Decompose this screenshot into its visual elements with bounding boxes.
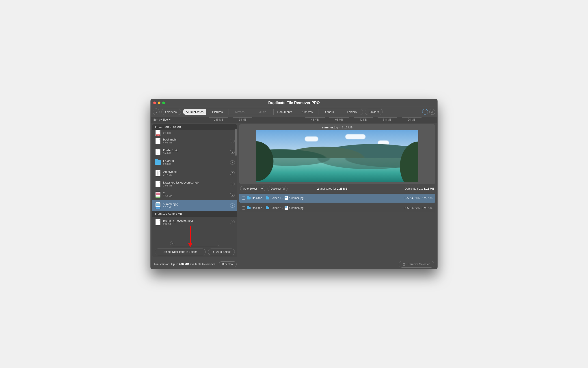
buy-now-button[interactable]: Buy Now: [219, 261, 237, 267]
tab-similars[interactable]: Similars: [365, 109, 383, 115]
list-item[interactable]: 2 1.35 MB 2: [152, 189, 237, 200]
tab-documents[interactable]: Documents: [273, 109, 296, 115]
crumb-segment: summer.jpg: [289, 197, 304, 200]
preview-panel: summer.jpg - 1.12 MB Auto Select: [239, 124, 435, 257]
tab-size: [279, 117, 303, 123]
list-item[interactable]: Archive.zip 2.47 MB 3: [152, 168, 237, 179]
list-item[interactable]: pisma_k_neveste.mobi 981 KB 2: [152, 217, 237, 228]
duplicate-size: Duplicate size: 1.12 MB: [405, 187, 434, 190]
list-item[interactable]: Folder 3 2.9 MB 2: [152, 157, 237, 168]
sort-label: Sort by Size: [153, 118, 168, 121]
window-zoom-button[interactable]: [162, 101, 165, 104]
duplicate-row[interactable]: Desktop›Folder 2›summer.jpg Nov 14, 2017…: [239, 203, 435, 212]
list-item[interactable]: book.mobi 4.96 MB 3: [152, 136, 237, 146]
tab-others[interactable]: Others: [318, 109, 341, 115]
preview-box: summer.jpg - 1.12 MB: [239, 124, 435, 184]
folder-icon: [266, 197, 269, 200]
auto-select-dropdown[interactable]: Auto Select: [240, 186, 265, 191]
file-icon: [155, 191, 161, 198]
folder-icon: [247, 197, 251, 200]
file-icon: [155, 129, 161, 136]
crumb-segment: Folder 1: [271, 197, 281, 200]
deselect-all-button[interactable]: Deselect All: [268, 186, 288, 191]
file-size: 9.1 MB: [163, 132, 171, 134]
timestamp: Nov 14, 2017, 17:27:36: [405, 206, 433, 210]
list-group-header: From 100 KB to 1 MB: [152, 211, 237, 217]
preview-title: summer.jpg - 1.12 MB: [239, 124, 435, 130]
window-minimize-button[interactable]: [158, 101, 161, 104]
sort-row: Sort by Size 135 MB14 MB48 MB68 MB41 KB5…: [151, 117, 437, 123]
feed-icon[interactable]: [429, 109, 435, 115]
list-item[interactable]: summer.jpg 1.12 MB 2: [152, 200, 237, 211]
window-close-button[interactable]: [153, 101, 156, 104]
tab-size: 68 MB: [327, 117, 351, 123]
file-name: book.mobi: [163, 138, 177, 141]
list-footer: Select Duplicates in Folder ✦ Auto Selec…: [152, 239, 237, 257]
breadcrumb: Desktop›Folder 1›summer.jpg: [247, 196, 304, 200]
checkbox[interactable]: [242, 197, 245, 200]
chevron-right-icon: ›: [282, 206, 283, 210]
tab-all duplicates[interactable]: All Duplicates: [183, 109, 206, 115]
file-size: 4.96 MB: [163, 141, 177, 144]
file-name: pisma_k_neveste.mobi: [163, 219, 193, 222]
tab-size: 14 MB: [231, 117, 255, 123]
toolbar: Overview All DuplicatesPicturesMoviesMus…: [151, 107, 437, 117]
file-name: kitayskoe issledovanie.mobi: [163, 181, 199, 184]
select-duplicates-in-folder-button[interactable]: Select Duplicates in Folder: [155, 248, 206, 255]
file-size: 2.9 MB: [163, 163, 174, 166]
tab-movies[interactable]: Movies: [229, 109, 251, 115]
list-item[interactable]: 9.1 MB: [152, 130, 237, 136]
app-window: Duplicate File Remover PRO Overview All …: [151, 99, 437, 269]
file-size: 1.35 MB: [163, 195, 172, 198]
preview-filesize: 1.12 MB: [342, 126, 353, 129]
sort-by-dropdown[interactable]: Sort by Size: [151, 117, 195, 123]
auto-select-button[interactable]: ✦ Auto Select: [208, 248, 235, 255]
search-icon: [172, 242, 175, 245]
folder-icon: [247, 207, 251, 209]
file-icon: [155, 202, 161, 209]
tab-size: 24 MB: [399, 117, 424, 123]
count-badge: 3: [230, 139, 235, 143]
crumb-segment: Desktop: [252, 206, 262, 210]
list-item[interactable]: Folder 1.zip 3.4 MB 2: [152, 146, 237, 157]
count-badge: 2: [230, 182, 235, 186]
main-area: From 1 MB to 10 MB 9.1 MB book.mobi 4.96…: [151, 123, 437, 259]
tab-size: 135 MB: [207, 117, 231, 123]
file-size: 3.4 MB: [163, 152, 178, 155]
info-icon[interactable]: i: [422, 109, 428, 115]
tab-size: [255, 117, 279, 123]
sparkle-icon: ✦: [212, 250, 215, 254]
trash-icon: [402, 263, 406, 266]
file-icon: [155, 159, 161, 166]
bottom-bar: Trial version. Up to 490 MB available to…: [151, 259, 437, 269]
tab-pictures[interactable]: Pictures: [206, 109, 229, 115]
crumb-segment: Folder 2: [271, 206, 281, 210]
duplicate-row[interactable]: Desktop›Folder 1›summer.jpg Nov 14, 2017…: [239, 194, 435, 202]
file-icon: [285, 206, 288, 210]
count-badge: 2: [230, 220, 235, 224]
search-field[interactable]: [170, 241, 219, 246]
chevron-down-icon[interactable]: [259, 186, 264, 191]
count-badge: 2: [230, 150, 235, 154]
remove-selected-button[interactable]: Remove Selected: [399, 261, 434, 267]
file-name: Folder 3: [163, 160, 174, 163]
file-name: summer.jpg: [163, 202, 178, 206]
chevron-down-icon: [169, 119, 171, 120]
tab-overview[interactable]: Overview: [161, 109, 181, 115]
tab-folders[interactable]: Folders: [341, 109, 363, 115]
folder-icon: [266, 207, 269, 209]
checkbox[interactable]: [242, 206, 245, 210]
tab-size: 48 MB: [303, 117, 327, 123]
back-button[interactable]: [153, 109, 160, 115]
count-badge: 2: [230, 193, 235, 197]
tab-music[interactable]: Music: [251, 109, 273, 115]
tab-archives[interactable]: Archives: [296, 109, 318, 115]
svg-line-2: [174, 244, 175, 245]
file-icon: [155, 170, 161, 177]
tab-size: 5.8 MB: [375, 117, 399, 123]
preview-filename: summer.jpg: [322, 126, 338, 129]
list-item[interactable]: kitayskoe issledovanie.mobi 1.94 MB 2: [152, 179, 237, 189]
svg-point-1: [172, 243, 174, 244]
count-badge: 3: [230, 171, 235, 175]
search-input[interactable]: [176, 242, 217, 245]
